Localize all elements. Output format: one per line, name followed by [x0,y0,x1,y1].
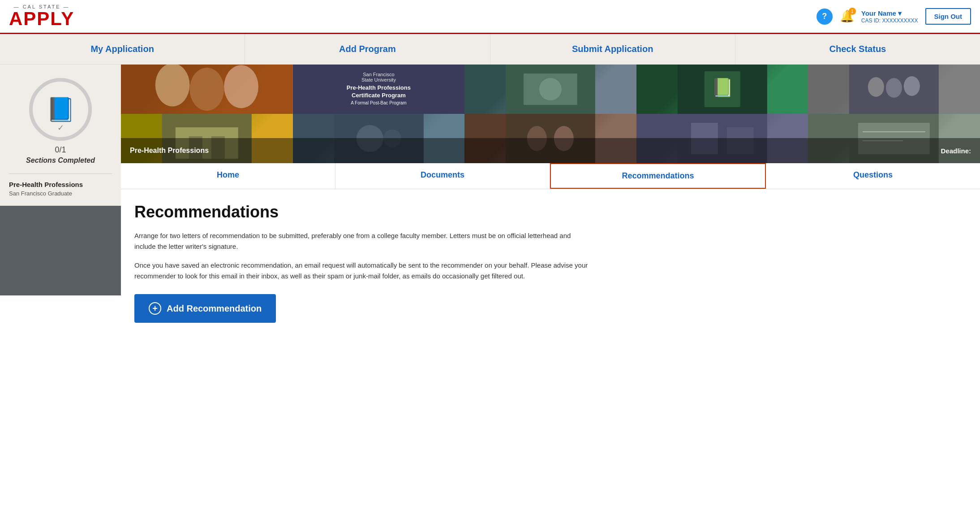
svg-point-2 [189,68,224,111]
notification-badge: 1 [849,8,856,15]
nav-item-my-application[interactable]: My Application [0,34,245,64]
main-nav: My Application Add Program Submit Applic… [0,34,980,65]
sub-tab-recommendations[interactable]: Recommendations [550,163,766,189]
banner-cell-5 [808,65,980,114]
banner-cell-4: 📗 [636,65,808,114]
banner-deadline: Deadline: [941,147,971,155]
content-area: San FranciscoState University Pre-Health… [121,65,980,522]
svg-point-6 [539,78,562,100]
banner-overlay: Pre-Health Professions Deadline: [121,138,980,163]
user-name[interactable]: Your Name ▾ [861,9,902,17]
svg-text:📗: 📗 [711,77,734,98]
sections-label: Sections Completed [26,156,95,165]
sign-out-button[interactable]: Sign Out [925,8,971,25]
banner-cell-2: San FranciscoState University Pre-Health… [293,65,465,114]
sidebar-top: 📘 ✓ 0/1 Sections Completed Pre-Health Pr… [0,65,121,206]
description-2: Once you have saved an electronic recomm… [134,260,591,282]
nav-item-submit-application[interactable]: Submit Application [490,34,735,64]
sidebar-program-school: San Francisco Graduate [9,190,112,197]
svg-point-13 [904,76,920,96]
user-info: Your Name ▾ CAS ID: XXXXXXXXXX [861,9,918,24]
sub-tabs: Home Documents Recommendations Questions [121,163,980,189]
banner-cell-3 [464,65,636,114]
sub-tab-home[interactable]: Home [121,163,335,189]
sidebar-program-name: Pre-Health Professions [9,181,112,188]
plus-circle-icon: + [149,302,161,315]
svg-point-12 [886,78,902,98]
logo-apply: APPLY [9,9,74,28]
sub-tab-documents[interactable]: Documents [335,163,550,189]
user-cas-id: CAS ID: XXXXXXXXXX [861,17,918,24]
svg-point-11 [868,77,884,97]
svg-point-3 [224,65,258,108]
banner-university-name: San FranciscoState University [361,72,396,82]
nav-item-check-status[interactable]: Check Status [735,34,980,64]
sidebar: 📘 ✓ 0/1 Sections Completed Pre-Health Pr… [0,65,121,522]
banner-program-title: Pre-Health ProfessionsCertificate Progra… [347,84,411,107]
banner-overlay-program: Pre-Health Professions [130,147,209,155]
sub-tab-questions[interactable]: Questions [766,163,980,189]
book-icon: 📘 [46,96,75,123]
main-layout: 📘 ✓ 0/1 Sections Completed Pre-Health Pr… [0,65,980,522]
sections-count: 0/1 [55,145,66,155]
header: — CAL STATE — APPLY ? 🔔 1 Your Name ▾ CA… [0,0,980,34]
help-icon[interactable]: ? [817,9,833,25]
svg-point-1 [155,65,190,106]
logo: — CAL STATE — APPLY [9,4,74,28]
add-recommendation-label: Add Recommendation [167,304,262,314]
sidebar-dark-area [0,206,121,295]
program-banner: San FranciscoState University Pre-Health… [121,65,980,163]
header-right: ? 🔔 1 Your Name ▾ CAS ID: XXXXXXXXXX Sig… [817,8,971,25]
progress-circle: 📘 ✓ [29,78,92,141]
banner-cell-1 [121,65,293,114]
main-content: Recommendations Arrange for two letters … [121,189,980,341]
notification-area[interactable]: 🔔 1 [840,9,854,23]
nav-item-add-program[interactable]: Add Program [245,34,490,64]
description-1: Arrange for two letters of recommendatio… [134,230,591,252]
sidebar-program-info: Pre-Health Professions San Francisco Gra… [9,173,112,197]
chevron-down-icon: ▾ [898,9,902,17]
page-title: Recommendations [134,203,967,221]
checkmark-icon: ✓ [57,123,64,133]
add-recommendation-button[interactable]: + Add Recommendation [134,294,276,323]
